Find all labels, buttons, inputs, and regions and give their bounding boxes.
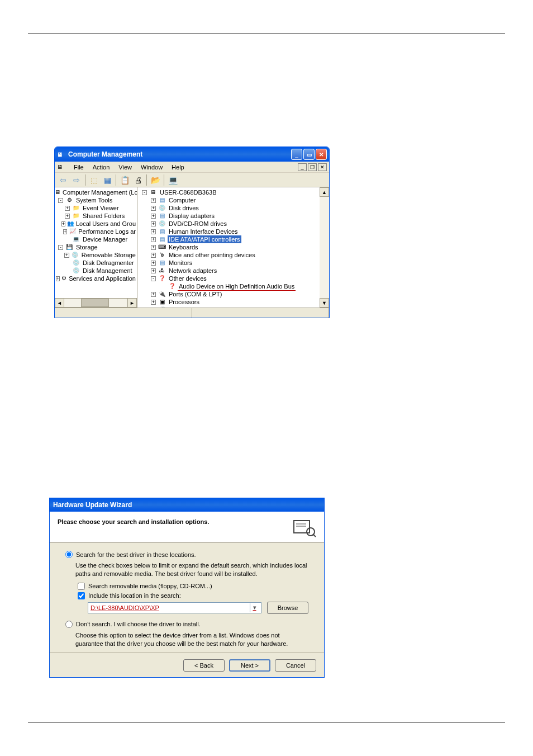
option-search-radio[interactable]: Search for the best driver in these loca… [65, 551, 308, 558]
cm-left-tree[interactable]: Computer Management (Loc - System Tools … [55, 187, 137, 308]
expand-icon[interactable]: + [151, 308, 156, 308]
scrollbar-thumb[interactable] [81, 299, 109, 307]
back-button[interactable]: < Back [183, 659, 225, 672]
storage-icon [65, 243, 74, 251]
expand-icon[interactable]: + [151, 198, 156, 203]
tree-keyboards[interactable]: + Keyboards [137, 243, 329, 251]
expand-icon[interactable]: + [151, 268, 156, 273]
expand-icon[interactable]: + [151, 214, 156, 219]
tree-mice[interactable]: + Mice and other pointing devices [137, 251, 329, 259]
expand-icon[interactable]: + [65, 206, 70, 211]
tree-shared-folders[interactable]: + Shared Folders [55, 212, 137, 220]
tree-other-devices[interactable]: - Other devices [137, 275, 329, 282]
tree-disk-drives[interactable]: + Disk drives [137, 204, 329, 212]
path-combobox[interactable]: D:\LE-380\AUDIO\XP\XP ▾ [88, 602, 261, 613]
expand-icon[interactable]: + [151, 221, 156, 226]
menu-view[interactable]: View [114, 164, 136, 171]
tree-sound-video[interactable]: + Sound, video and game controllers [137, 306, 329, 308]
collapse-icon[interactable]: - [142, 190, 147, 195]
properties-icon[interactable]: 📋 [118, 174, 131, 186]
scroll-down-icon[interactable]: ▼ [320, 298, 329, 308]
refresh-icon[interactable]: 📂 [149, 174, 161, 186]
expand-icon[interactable]: + [151, 229, 156, 234]
scroll-up-icon[interactable]: ▲ [320, 187, 329, 197]
hw-titlebar[interactable]: Hardware Update Wizard [50, 498, 324, 512]
checkbox-input[interactable] [78, 592, 85, 599]
cancel-button[interactable]: Cancel [275, 659, 316, 672]
cm-titlebar[interactable]: Computer Management _ ▭ ✕ [55, 147, 329, 162]
scan-icon[interactable]: 💻 [166, 174, 179, 186]
tree-root[interactable]: Computer Management (Loc [55, 188, 137, 196]
defrag-icon [72, 259, 80, 267]
check-removable-media[interactable]: Search removable media (floppy, CD-ROM..… [78, 583, 308, 590]
cm-right-tree[interactable]: - USER-C868DB363B + Computer + Disk driv… [137, 187, 329, 308]
hw-header-text: Please choose your search and installati… [58, 518, 209, 525]
sound-icon [158, 306, 166, 308]
tree-computer[interactable]: + Computer [137, 196, 329, 204]
scroll-right-icon[interactable]: ► [127, 298, 137, 308]
chevron-down-icon[interactable]: ▾ [250, 603, 259, 612]
tree-network-adapters[interactable]: + Network adapters [137, 267, 329, 275]
tree-ide-atapi[interactable]: + IDE ATA/ATAPI controllers [137, 235, 329, 243]
tree-disk-management[interactable]: Disk Management [55, 267, 137, 275]
menu-file[interactable]: File [69, 164, 88, 171]
tree-ports[interactable]: + Ports (COM & LPT) [137, 290, 329, 298]
tree-storage[interactable]: - Storage [55, 243, 137, 251]
scroll-left-icon[interactable]: ◄ [55, 298, 64, 308]
mdi-minimize-button[interactable]: _ [298, 163, 307, 171]
tree-computer-root[interactable]: - USER-C868DB363B [137, 188, 329, 196]
expand-icon[interactable]: + [64, 253, 69, 258]
expand-icon[interactable]: + [151, 237, 156, 242]
close-button[interactable]: ✕ [316, 149, 327, 160]
maximize-button[interactable]: ▭ [303, 149, 315, 160]
expand-icon[interactable]: + [63, 229, 68, 234]
expand-icon[interactable]: + [151, 253, 156, 258]
expand-icon[interactable]: + [61, 221, 65, 226]
tree-removable-storage[interactable]: + Removable Storage [55, 251, 137, 259]
tree-system-tools[interactable]: - System Tools [55, 196, 137, 204]
expand-icon[interactable]: + [151, 261, 156, 266]
checkbox-input[interactable] [78, 583, 85, 590]
expand-icon[interactable]: + [56, 276, 60, 281]
check-include-location[interactable]: Include this location in the search: [78, 592, 308, 599]
tree-event-viewer[interactable]: + Event Viewer [55, 204, 137, 212]
option-dont-search-radio[interactable]: Don't search. I will choose the driver t… [65, 621, 308, 628]
tree-hid[interactable]: + Human Interface Devices [137, 228, 329, 235]
print-icon[interactable]: 🖨 [132, 174, 144, 186]
collapse-icon[interactable]: - [151, 276, 156, 281]
tree-monitors[interactable]: + Monitors [137, 259, 329, 267]
vertical-scrollbar[interactable]: ▲ ▼ [320, 187, 329, 308]
collapse-icon[interactable]: - [58, 245, 63, 250]
tree-dvd-cdrom[interactable]: + DVD/CD-ROM drives [137, 220, 329, 228]
tree-local-users[interactable]: + Local Users and Grou [55, 220, 137, 228]
expand-icon[interactable]: + [151, 206, 156, 211]
folder-icon [72, 204, 80, 212]
show-hide-icon[interactable]: ▦ [101, 174, 113, 186]
next-button[interactable]: Next > [229, 659, 270, 672]
horizontal-scrollbar[interactable]: ◄ ► [55, 298, 137, 308]
tree-performance-logs[interactable]: + Performance Logs ar [55, 228, 137, 235]
radio-input[interactable] [65, 551, 73, 558]
tree-audio-device[interactable]: Audio Device on High Definition Audio Bu… [137, 282, 329, 290]
expand-icon[interactable]: + [65, 214, 70, 219]
tree-display-adapters[interactable]: + Display adapters [137, 212, 329, 220]
collapse-icon[interactable]: - [58, 198, 63, 203]
minimize-button[interactable]: _ [291, 149, 302, 160]
tree-device-manager[interactable]: Device Manager [55, 235, 137, 243]
mdi-restore-button[interactable]: ❐ [308, 163, 317, 171]
tree-services[interactable]: + Services and Application [55, 275, 137, 282]
menu-action[interactable]: Action [88, 164, 115, 171]
tree-disk-defrag[interactable]: Disk Defragmenter [55, 259, 137, 267]
back-icon[interactable]: ⇦ [57, 174, 69, 186]
expand-icon[interactable]: + [151, 300, 156, 305]
up-folder-icon[interactable]: ⬚ [88, 174, 100, 186]
browse-button[interactable]: Browse [267, 602, 308, 614]
mdi-close-button[interactable]: ✕ [318, 163, 327, 171]
tree-processors[interactable]: + Processors [137, 298, 329, 306]
menu-help[interactable]: Help [167, 164, 189, 171]
forward-icon[interactable]: ⇨ [70, 174, 83, 186]
expand-icon[interactable]: + [151, 292, 156, 297]
menu-window[interactable]: Window [136, 164, 167, 171]
radio-input[interactable] [65, 621, 73, 628]
expand-icon[interactable]: + [151, 245, 156, 250]
